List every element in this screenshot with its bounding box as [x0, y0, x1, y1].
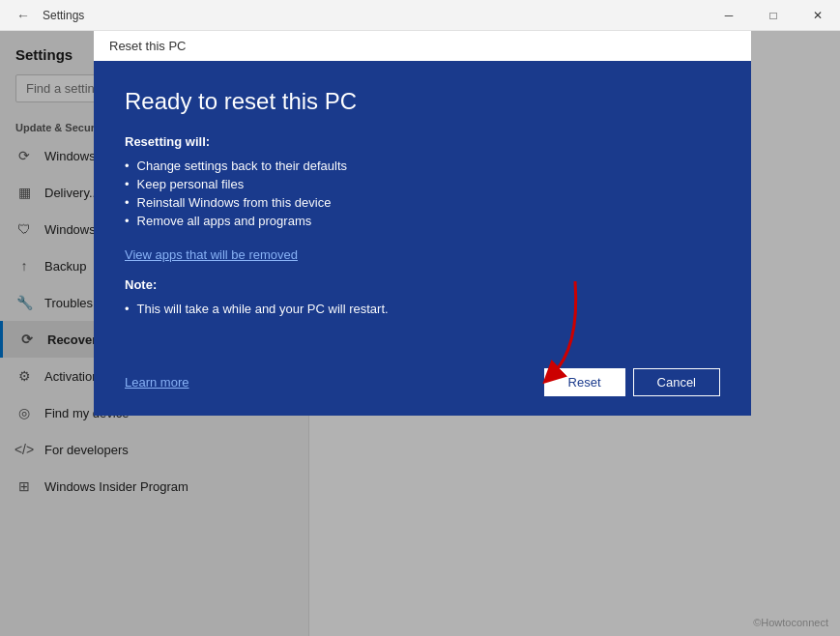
resetting-list: Change settings back to their defaults K…	[125, 157, 720, 230]
reset-button[interactable]: Reset	[544, 368, 625, 396]
app-title: Settings	[43, 9, 84, 22]
cancel-button[interactable]: Cancel	[633, 368, 720, 396]
back-button[interactable]: ←	[12, 4, 35, 27]
list-item: Keep personal files	[125, 175, 720, 193]
dialog-footer: Learn more Reset Cancel	[94, 357, 751, 416]
dialog-heading: Ready to reset this PC	[125, 88, 720, 115]
note-label: Note:	[125, 277, 720, 292]
view-apps-link[interactable]: View apps that will be removed	[125, 247, 298, 262]
learn-more-link[interactable]: Learn more	[125, 375, 188, 390]
minimize-button[interactable]: ─	[707, 0, 751, 31]
list-item: Reinstall Windows from this device	[125, 193, 720, 212]
dialog-body: Ready to reset this PC Resetting will: C…	[94, 61, 751, 357]
maximize-button[interactable]: □	[751, 0, 796, 31]
dialog-title-bar: Reset this PC	[94, 31, 751, 61]
resetting-will-label: Resetting will:	[125, 134, 720, 149]
title-bar: ← Settings ─ □ ✕	[0, 0, 840, 31]
footer-buttons: Reset Cancel	[544, 368, 720, 396]
close-button[interactable]: ✕	[796, 0, 840, 31]
list-item: Change settings back to their defaults	[125, 157, 720, 175]
window-controls: ─ □ ✕	[707, 0, 840, 31]
note-list: This will take a while and your PC will …	[125, 300, 720, 318]
note-list-item: This will take a while and your PC will …	[125, 300, 720, 318]
list-item: Remove all apps and programs	[125, 212, 720, 230]
reset-dialog: Reset this PC Ready to reset this PC Res…	[94, 31, 751, 416]
